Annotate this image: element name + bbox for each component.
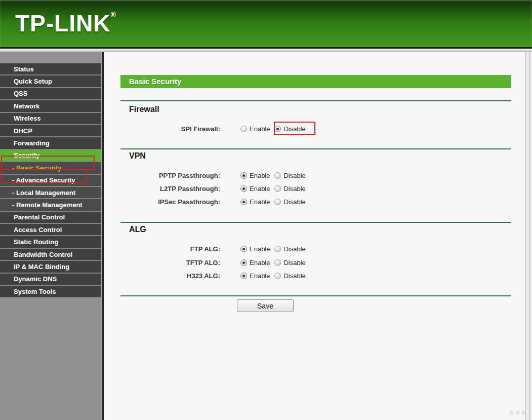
form-row-ipsec-passthrough: IPSec Passthrough: Enable Disable xyxy=(104,195,438,208)
radio-button-icon[interactable] xyxy=(240,259,247,266)
radio-button-icon[interactable] xyxy=(274,185,281,192)
tp-link-logo: TP-LINK® xyxy=(15,10,116,37)
sidebar-item-label: IP & MAC Binding xyxy=(14,263,69,271)
radio-button-icon[interactable] xyxy=(274,273,281,279)
sidebar-item-label: Bandwidth Control xyxy=(14,251,72,258)
field-label: PPTP Passthrough: xyxy=(104,172,220,179)
section-heading-vpn: VPN xyxy=(129,151,146,161)
sidebar-item-status[interactable]: Status xyxy=(0,63,101,75)
form-row-ftp-alg: FTP ALG: Enable Disable xyxy=(104,242,438,255)
sidebar-item-label: Wireless xyxy=(14,114,40,122)
sidebar-item-label: Quick Setup xyxy=(14,78,52,85)
sidebar-item-static-routing[interactable]: Static Routing xyxy=(0,236,101,248)
radio-option-enable[interactable]: Enable xyxy=(240,172,270,179)
radio-label: Disable xyxy=(283,245,305,253)
form-row-spi-firewall: SPI Firewall: Enable Disable xyxy=(104,122,438,135)
sidebar-item-label: - Basic Security xyxy=(12,164,62,172)
sidebar-item-local-management[interactable]: - Local Management xyxy=(0,187,101,199)
section-separator xyxy=(120,148,511,149)
sidebar-item-label: - Local Management xyxy=(12,189,75,197)
sidebar-item-label: System Tools xyxy=(14,288,56,295)
radio-button-icon[interactable] xyxy=(240,273,247,279)
sidebar-item-bandwidth-control[interactable]: Bandwidth Control xyxy=(0,249,101,261)
radio-label: Enable xyxy=(250,272,270,280)
sidebar-item-label: Static Routing xyxy=(14,238,58,246)
sidebar-item-parental-control[interactable]: Parental Control xyxy=(0,212,101,224)
watermark-dots-icon xyxy=(509,410,526,415)
sidebar-item-qss[interactable]: QSS xyxy=(0,88,101,100)
radio-button-icon[interactable] xyxy=(274,246,281,252)
sidebar-item-network[interactable]: Network xyxy=(0,100,101,112)
section-separator xyxy=(120,100,511,101)
radio-label: Enable xyxy=(250,245,270,253)
radio-option-disable[interactable]: Disable xyxy=(274,259,305,266)
save-button[interactable]: Save xyxy=(237,299,294,312)
section-heading-firewall: Firewall xyxy=(129,105,159,114)
radio-option-disable[interactable]: Disable xyxy=(274,272,305,280)
sidebar-item-ip-mac-binding[interactable]: IP & MAC Binding xyxy=(0,261,101,273)
sidebar-item-basic-security[interactable]: - Basic Security xyxy=(0,162,101,174)
sidebar-item-quick-setup[interactable]: Quick Setup xyxy=(0,75,101,88)
radio-option-enable[interactable]: Enable xyxy=(240,125,270,133)
field-label: IPSec Passthrough: xyxy=(104,198,220,206)
form-row-h323-alg: H323 ALG: Enable Disable xyxy=(104,269,438,282)
radio-option-enable[interactable]: Enable xyxy=(240,198,270,206)
sidebar-item-label: Access Control xyxy=(14,226,62,234)
radio-label: Disable xyxy=(283,259,305,266)
sidebar-item-advanced-security[interactable]: - Advanced Security xyxy=(0,175,101,187)
radio-option-disable[interactable]: Disable xyxy=(274,198,305,206)
radio-option-disable[interactable]: Disable xyxy=(274,245,305,253)
radio-option-enable[interactable]: Enable xyxy=(240,245,270,253)
right-edge-strip xyxy=(525,52,532,420)
sidebar-item-label: - Advanced Security xyxy=(12,176,75,184)
sidebar-item-remote-management[interactable]: - Remote Management xyxy=(0,199,101,211)
radio-button-icon[interactable] xyxy=(274,259,281,266)
registered-mark: ® xyxy=(110,11,116,19)
radio-button-icon[interactable] xyxy=(240,126,247,132)
radio-button-icon[interactable] xyxy=(240,172,247,179)
sidebar-item-label: Security xyxy=(14,151,39,159)
form-row-pptp-passthrough: PPTP Passthrough: Enable Disable xyxy=(104,169,438,182)
radio-option-disable[interactable]: Disable xyxy=(274,125,305,133)
radio-button-icon[interactable] xyxy=(274,126,281,132)
radio-button-icon[interactable] xyxy=(274,172,281,179)
page-title: Basic Security xyxy=(120,75,511,88)
radio-label: Disable xyxy=(283,198,305,206)
sidebar-item-dhcp[interactable]: DHCP xyxy=(0,125,101,137)
sidebar-item-label: DHCP xyxy=(14,127,32,135)
radio-label: Disable xyxy=(283,125,305,133)
sidebar-item-access-control[interactable]: Access Control xyxy=(0,224,101,236)
radio-button-icon[interactable] xyxy=(240,246,247,252)
radio-button-icon[interactable] xyxy=(240,185,247,192)
field-label: SPI Firewall: xyxy=(104,125,220,133)
section-heading-alg: ALG xyxy=(129,225,146,234)
radio-label: Disable xyxy=(283,185,305,193)
sidebar-item-label: Network xyxy=(14,102,39,110)
sidebar-item-label: Status xyxy=(14,65,34,73)
field-label: H323 ALG: xyxy=(104,272,220,280)
sidebar-item-forwarding[interactable]: Forwarding xyxy=(0,137,101,149)
radio-label: Disable xyxy=(283,272,305,280)
section-separator xyxy=(120,295,511,296)
sidebar-item-wireless[interactable]: Wireless xyxy=(0,113,101,125)
radio-button-icon[interactable] xyxy=(240,199,247,205)
field-label: L2TP Passthrough: xyxy=(104,185,220,193)
radio-label: Enable xyxy=(250,198,270,206)
radio-option-disable[interactable]: Disable xyxy=(274,172,305,179)
radio-option-disable[interactable]: Disable xyxy=(274,185,305,193)
radio-label: Enable xyxy=(250,185,270,193)
radio-button-icon[interactable] xyxy=(274,199,281,205)
form-row-tftp-alg: TFTP ALG: Enable Disable xyxy=(104,256,438,269)
radio-label: Enable xyxy=(250,172,270,179)
radio-label: Enable xyxy=(250,259,270,266)
radio-label: Enable xyxy=(250,125,270,133)
section-separator xyxy=(120,222,511,223)
radio-option-enable[interactable]: Enable xyxy=(240,185,270,193)
sidebar-item-label: - Remote Management xyxy=(12,201,83,209)
sidebar-item-system-tools[interactable]: System Tools xyxy=(0,286,101,298)
radio-option-enable[interactable]: Enable xyxy=(240,272,270,280)
sidebar-item-dynamic-dns[interactable]: Dynamic DNS xyxy=(0,274,101,286)
sidebar-item-security[interactable]: Security xyxy=(0,150,101,162)
radio-option-enable[interactable]: Enable xyxy=(240,259,270,266)
sidebar-item-label: Forwarding xyxy=(14,139,50,147)
